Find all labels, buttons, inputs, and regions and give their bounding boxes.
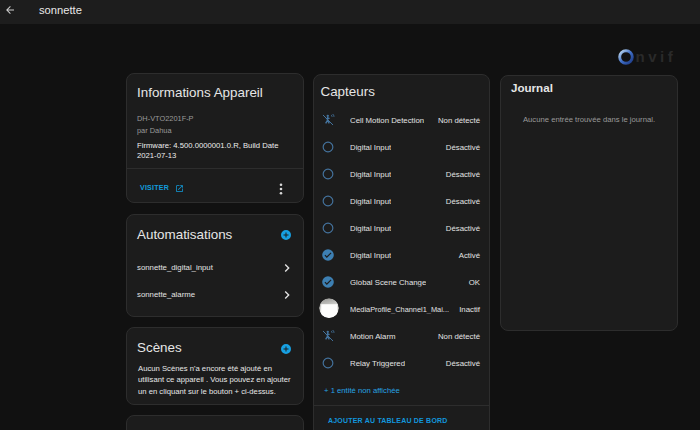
svg-text:nvif: nvif [636, 48, 677, 65]
